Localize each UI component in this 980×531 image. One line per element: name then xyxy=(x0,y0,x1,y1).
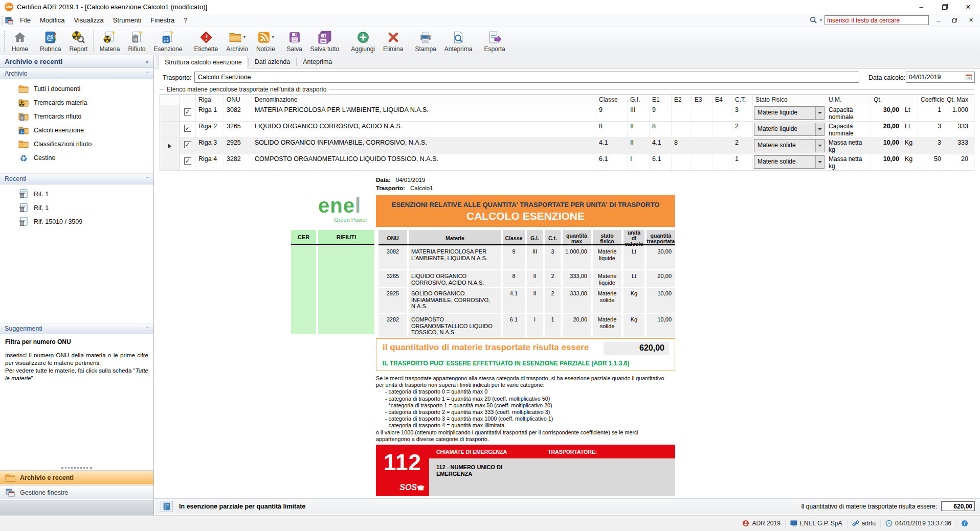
grid-column-header[interactable]: E1 xyxy=(650,95,672,105)
book-icon[interactable] xyxy=(161,501,173,512)
calendar-icon[interactable] xyxy=(963,72,974,82)
sidebar-group-recenti[interactable]: Recenti⌃ xyxy=(0,173,153,184)
toolbar-home-button[interactable]: Home xyxy=(8,27,32,55)
restore-button[interactable] xyxy=(933,0,956,14)
toolbar-elimina-button[interactable]: Elimina xyxy=(379,27,407,55)
status-label: 04/01/2019 13:37:36 xyxy=(895,520,951,527)
preview-cell: 2 xyxy=(545,288,561,313)
sidebar-item-cestino[interactable]: ♻Cestino xyxy=(0,151,153,165)
sidebar-splitter-grip[interactable] xyxy=(61,467,92,469)
sidebar-button-archivio-e-recenti[interactable]: Archivio e recenti xyxy=(0,470,153,484)
toolbar-archivio-button[interactable]: ▾Archivio xyxy=(222,27,252,55)
sidebar-item-classificazioni-rifiuto[interactable]: Classificazioni rifiuto xyxy=(0,137,153,151)
sidebar-item-tremcards-rifiuto[interactable]: Tremcards rifiuto xyxy=(0,109,153,123)
sidebar-item-rif-1[interactable]: Rif. 1 xyxy=(0,201,153,215)
sidebar-group-archivio[interactable]: Archivio⌃ xyxy=(0,68,153,79)
data-calcolo-field[interactable]: 04/01/2019 xyxy=(906,72,975,83)
sidebar-item-rif-15010-3509[interactable]: Rif. 15010 / 3509 xyxy=(0,215,153,228)
toolbar-esenzione-button[interactable]: +-x=Esenzione xyxy=(149,27,186,55)
dropdown-caret-icon[interactable]: ▾ xyxy=(243,35,246,39)
toolbar-report-button[interactable]: Report xyxy=(65,27,92,55)
grid-column-header[interactable]: Denominazione xyxy=(252,95,596,105)
search-options-caret-icon[interactable]: ▾ xyxy=(820,18,822,22)
row-checkbox[interactable]: ✓ xyxy=(184,108,191,116)
row-checkbox[interactable]: ✓ xyxy=(184,141,191,148)
tab-dati-azienda[interactable]: Dati azienda xyxy=(249,55,297,68)
grid-column-header[interactable]: G.I. xyxy=(628,95,650,105)
combobox-arrow-icon[interactable] xyxy=(815,156,824,168)
grid-column-header[interactable]: U.M. xyxy=(826,95,871,105)
grid-column-header[interactable]: Qt. xyxy=(871,95,902,105)
child-minimize-button[interactable]: – xyxy=(931,15,945,25)
toolbar-salva-tutto-button[interactable]: Salva tutto xyxy=(306,27,344,55)
toolbar-aggiungi-button[interactable]: Aggiungi xyxy=(347,27,379,55)
menu-strumenti[interactable]: Strumenti xyxy=(108,14,146,27)
sidebar-item-tutti-i-documenti[interactable]: Tutti i documenti xyxy=(0,82,153,96)
sidebar-item-calcoli-esenzione[interactable]: +-x=Calcoli esenzione xyxy=(0,123,153,137)
row-selector[interactable] xyxy=(160,154,180,170)
tab-struttura-calcolo-esenzione[interactable]: Struttura calcolo esenzione xyxy=(159,56,248,68)
minimize-button[interactable]: – xyxy=(909,0,933,14)
row-checkbox[interactable]: ✓ xyxy=(184,157,191,165)
toolbar-stampa-button[interactable]: Stampa xyxy=(411,27,440,55)
toolbar-rifiuto-button[interactable]: Rifiuto xyxy=(124,27,149,55)
grid-row[interactable]: ✓Riga 32925SOLIDO ORGANICO INFIAMMABILE,… xyxy=(160,138,974,154)
toolbar-notizie-button[interactable]: ▾Notizie xyxy=(252,27,279,55)
sidebar-button-gestione-finestre[interactable]: Gestione finestre xyxy=(0,485,153,499)
grid-column-header[interactable]: Qt. Max xyxy=(944,95,971,105)
row-selector[interactable] xyxy=(160,122,180,137)
stato-fisico-combobox[interactable]: Materie solide xyxy=(754,155,825,169)
combobox-arrow-icon[interactable] xyxy=(815,107,824,119)
grid-row[interactable]: ✓Riga 43282COMPOSTO ORGANOMETALLICO LIQU… xyxy=(160,154,974,171)
chevron-up-icon[interactable]: ⌃ xyxy=(145,326,149,331)
grid-column-header[interactable]: Coefficiente xyxy=(918,95,944,105)
grid-column-header[interactable]: C.T. xyxy=(732,95,753,105)
menu-item[interactable]: ? xyxy=(179,14,192,27)
menu-modifica[interactable]: Modifica xyxy=(35,14,69,27)
toolbar-rubrica-button[interactable]: @Rubrica xyxy=(36,27,65,55)
collapse-chevron-icon[interactable]: « xyxy=(145,58,149,65)
grid-column-header[interactable]: E2 xyxy=(672,95,692,105)
toolbar-materia-button[interactable]: Materia xyxy=(95,27,124,55)
trasporto-input[interactable] xyxy=(194,72,859,83)
grid-column-header[interactable]: Riga xyxy=(196,95,224,105)
row-selector[interactable] xyxy=(160,138,180,154)
search-icon[interactable] xyxy=(810,16,817,24)
grid-column-header[interactable]: E3 xyxy=(692,95,712,105)
dropdown-caret-icon[interactable]: ▾ xyxy=(272,35,274,39)
stato-fisico-combobox[interactable]: Materie liquide xyxy=(754,106,825,120)
row-selector[interactable] xyxy=(160,105,180,121)
chevron-up-icon[interactable]: ⌃ xyxy=(145,176,149,181)
toolbar-esporta-button[interactable]: Esporta xyxy=(480,27,509,55)
combobox-arrow-icon[interactable] xyxy=(815,140,824,152)
sidebar-item-rif-1[interactable]: Rif. 1 xyxy=(0,187,153,201)
child-close-button[interactable]: ✕ xyxy=(964,15,978,25)
child-restore-button[interactable] xyxy=(948,15,962,25)
grid-column-header[interactable] xyxy=(902,95,918,105)
grid-column-header[interactable] xyxy=(180,95,196,105)
grid-column-header[interactable]: Stato Fisico xyxy=(753,95,826,105)
toolbar-salva-button[interactable]: Salva xyxy=(283,27,306,55)
stato-fisico-combobox[interactable]: Materie solide xyxy=(754,139,825,152)
chevron-up-icon[interactable]: ⌃ xyxy=(145,71,149,76)
toolbar-anteprima-button[interactable]: Anteprima xyxy=(440,27,477,55)
search-input[interactable] xyxy=(825,15,929,25)
menu-visualizza[interactable]: Visualizza xyxy=(69,14,108,27)
sidebar-item-tremcards-materia[interactable]: Tremcards materia xyxy=(0,96,153,109)
grid-column-header[interactable]: Classe xyxy=(596,95,628,105)
suggestions-header[interactable]: Suggerimenti ⌃ xyxy=(0,323,153,334)
row-checkbox[interactable]: ✓ xyxy=(184,125,191,132)
menu-file[interactable]: File xyxy=(15,14,35,27)
grid-column-header[interactable]: E4 xyxy=(712,95,732,105)
tab-anteprima[interactable]: Anteprima xyxy=(297,55,338,68)
grid-column-header[interactable] xyxy=(160,95,180,105)
combobox-arrow-icon[interactable] xyxy=(815,123,824,135)
grid-row[interactable]: ✓Riga 23265LIQUIDO ORGANICO CORROSIVO, A… xyxy=(160,122,974,138)
close-button[interactable]: ✕ xyxy=(956,0,980,14)
data-calcolo-value[interactable]: 04/01/2019 xyxy=(906,74,963,81)
grid-column-header[interactable]: ONU xyxy=(224,95,252,105)
menu-finestra[interactable]: Finestra xyxy=(146,14,179,27)
toolbar-etichette-button[interactable]: 3Etichette xyxy=(190,27,222,55)
stato-fisico-combobox[interactable]: Materie liquide xyxy=(754,123,825,136)
grid-row[interactable]: ✓Riga 13082MATERIA PERICOLOSA PER L'AMBI… xyxy=(160,105,974,122)
